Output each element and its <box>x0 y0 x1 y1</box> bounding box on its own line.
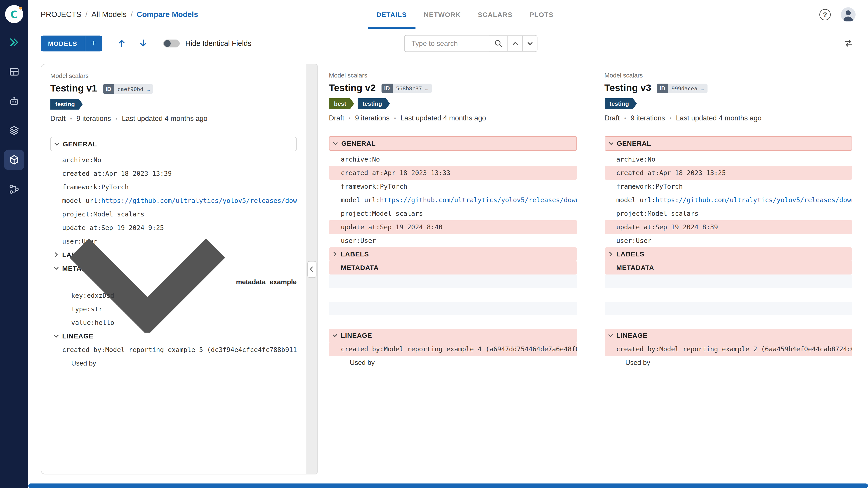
model-column-testing-v1: Model scalars Testing v1 ID caef90bd … t… <box>41 64 306 475</box>
field-separator: : <box>655 169 659 177</box>
breadcrumb-compare-models[interactable]: Compare Models <box>137 10 198 19</box>
tab-network[interactable]: NETWORK <box>415 0 469 29</box>
tags-row: best testing <box>329 98 577 109</box>
field-value: Model reporting example 4 (a6947dd754464… <box>384 345 577 353</box>
sidebar-item-monitoring[interactable] <box>4 91 24 111</box>
search-input[interactable] <box>405 35 489 51</box>
chevron-down-icon <box>54 334 59 338</box>
search-next-button[interactable] <box>523 35 537 51</box>
chevron-down-icon <box>332 334 338 337</box>
move-down-button[interactable] <box>136 36 151 51</box>
tag-testing[interactable]: testing <box>51 99 83 110</box>
search-prev-button[interactable] <box>508 35 522 51</box>
section-header-labels[interactable]: LABELS <box>604 248 852 261</box>
field-separator: : <box>644 156 647 163</box>
field-key: created by <box>62 346 101 354</box>
tab-details[interactable]: DETAILS <box>368 0 415 29</box>
section-header-labels[interactable]: LABELS <box>329 248 577 261</box>
id-label: ID <box>103 84 114 94</box>
sections: GENERAL archive : No created at : Apr 18… <box>604 136 852 369</box>
section-header-lineage[interactable]: LINEAGE <box>329 329 577 342</box>
model-url-link[interactable]: https://github.com/ultralytics/yolov5/re… <box>380 196 577 204</box>
breadcrumb-projects[interactable]: PROJECTS <box>41 10 81 19</box>
move-up-button[interactable] <box>115 36 129 51</box>
field-separator: : <box>380 345 384 353</box>
tag-best[interactable]: best <box>329 98 354 109</box>
field-key: framework <box>616 183 651 191</box>
section-header-general[interactable]: GENERAL <box>604 136 852 151</box>
pinned-column-gutter[interactable] <box>306 64 318 475</box>
hide-identical-toggle-group: Hide Identical Fields <box>163 39 251 48</box>
field-row-archive: archive : No <box>329 153 577 166</box>
sidebar-item-quickstart[interactable] <box>4 32 24 53</box>
comet-logo[interactable]: C <box>5 5 23 23</box>
id-value: 999dacea … <box>668 84 707 93</box>
add-model-button[interactable]: + <box>85 35 102 51</box>
field-value: Sep 19 2024 8:40 <box>380 223 442 231</box>
tag-testing[interactable]: testing <box>604 98 637 109</box>
metadata-group-label: metadata_example <box>236 278 297 286</box>
scrollbar-thumb[interactable] <box>28 484 868 488</box>
field-separator: : <box>376 223 380 231</box>
sidebar-item-model-registry[interactable] <box>4 150 24 170</box>
header-icons: ? <box>819 7 856 22</box>
model-id-badge[interactable]: ID 568b8c37 … <box>381 84 432 93</box>
field-row-model-url: model url : https://github.com/ultralyti… <box>329 193 577 207</box>
field-key: framework <box>341 183 376 191</box>
model-title: Testing v3 <box>604 83 651 94</box>
model-title: Testing v1 <box>51 83 97 94</box>
field-key: project <box>341 210 368 218</box>
tag-testing[interactable]: testing <box>358 98 390 109</box>
section-header-metadata[interactable]: METADATA <box>604 261 852 274</box>
collapse-column-button[interactable] <box>307 261 316 278</box>
hide-identical-toggle[interactable] <box>163 39 180 47</box>
model-project-label: Model scalars <box>329 72 577 78</box>
swap-columns-button[interactable] <box>841 36 856 51</box>
section-header-general[interactable]: GENERAL <box>51 137 297 151</box>
chevron-right-icon <box>55 252 58 257</box>
model-id-badge[interactable]: ID caef90bd … <box>103 84 153 94</box>
sidebar-item-experiments[interactable] <box>4 62 24 82</box>
model-url-link[interactable]: https://github.com/ultralytics/yolov5/re… <box>655 196 852 204</box>
used-by-label[interactable]: Used by <box>51 357 297 370</box>
status-text: Draft <box>604 114 620 122</box>
user-avatar[interactable] <box>841 7 856 22</box>
iterations-text: 9 iterations <box>355 114 390 122</box>
field-key: created by <box>341 345 380 353</box>
breadcrumb-all-models[interactable]: All Models <box>91 10 127 19</box>
metadata-group-header[interactable]: metadata_example <box>51 275 297 289</box>
field-row-framework: framework : PyTorch <box>604 180 852 193</box>
tab-scalars[interactable]: SCALARS <box>469 0 521 29</box>
sidebar-item-pipelines[interactable] <box>4 179 24 199</box>
field-separator: : <box>83 291 87 299</box>
tab-plots[interactable]: PLOTS <box>521 0 562 29</box>
section-header-general[interactable]: GENERAL <box>329 136 577 151</box>
sections: GENERAL archive : No created at : Apr 18… <box>51 137 297 370</box>
field-value: Apr 18 2023 13:33 <box>384 169 450 177</box>
horizontal-scrollbar[interactable] <box>28 484 868 488</box>
used-by-label[interactable]: Used by <box>604 356 852 369</box>
last-updated-text: Last updated 4 months ago <box>400 114 486 122</box>
section-header-metadata[interactable]: METADATA <box>329 261 577 274</box>
section-label: METADATA <box>616 264 654 272</box>
section-header-lineage[interactable]: LINEAGE <box>604 329 852 342</box>
field-value: No <box>94 156 101 164</box>
chevron-left-icon <box>310 266 314 272</box>
field-value: User <box>360 237 376 245</box>
compare-area: Model scalars Testing v1 ID caef90bd … t… <box>28 57 868 484</box>
sidebar-item-artifacts[interactable] <box>4 121 24 141</box>
empty-row <box>604 288 852 302</box>
search-icon <box>494 39 503 48</box>
search-button[interactable] <box>489 35 507 51</box>
metadata-empty-rows <box>604 274 852 329</box>
field-key: project <box>616 210 644 218</box>
used-by-label[interactable]: Used by <box>329 356 577 369</box>
model-id-badge[interactable]: ID 999dacea … <box>657 84 707 93</box>
field-key: user <box>341 237 356 245</box>
model-url-link[interactable]: https://github.com/ultralytics/yolov5/re… <box>101 197 297 204</box>
field-key: archive <box>62 156 90 164</box>
help-icon[interactable]: ? <box>819 9 831 20</box>
models-button[interactable]: MODELS <box>41 35 85 51</box>
main-area: PROJECTS / All Models / Compare Models D… <box>28 0 868 488</box>
pipeline-icon <box>8 184 20 195</box>
